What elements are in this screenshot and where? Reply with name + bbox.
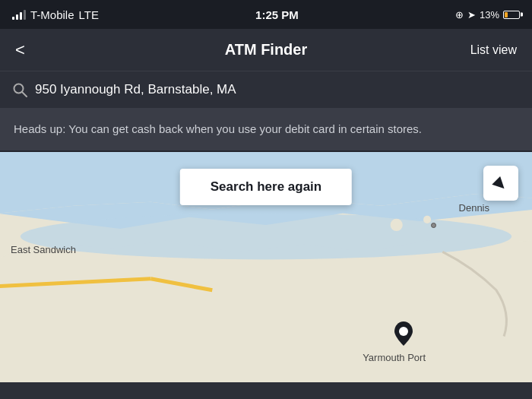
back-button[interactable]: < bbox=[15, 40, 76, 60]
search-address[interactable]: 950 Iyannough Rd, Barnstable, MA bbox=[35, 82, 236, 97]
status-left: T-Mobile LTE bbox=[12, 8, 99, 21]
svg-point-9 bbox=[391, 218, 403, 230]
svg-marker-5 bbox=[0, 240, 532, 382]
carrier-label: T-Mobile bbox=[30, 8, 74, 21]
info-banner: Heads up: You can get cash back when you… bbox=[0, 109, 532, 152]
info-text: Heads up: You can get cash back when you… bbox=[14, 122, 422, 135]
status-right: ⊕ ➤ 13% bbox=[455, 9, 520, 21]
map-label-yarmouth-port: Yarmouth Port bbox=[363, 352, 426, 363]
svg-point-11 bbox=[399, 327, 408, 336]
status-bar: T-Mobile LTE 1:25 PM ⊕ ➤ 13% bbox=[0, 0, 532, 29]
battery-icon bbox=[503, 11, 520, 19]
map-label-dennis: Dennis bbox=[459, 202, 489, 214]
search-again-button[interactable]: Search here again bbox=[180, 169, 352, 205]
svg-point-10 bbox=[423, 215, 431, 223]
list-view-button[interactable]: List view bbox=[456, 43, 517, 57]
svg-line-1 bbox=[22, 92, 27, 97]
location-arrow-icon: ➤ bbox=[467, 9, 476, 21]
battery-fill bbox=[505, 12, 508, 17]
page-title: ATM Finder bbox=[76, 41, 456, 59]
signal-bars-icon bbox=[12, 9, 26, 20]
search-bar: 950 Iyannough Rd, Barnstable, MA bbox=[0, 71, 532, 109]
search-icon bbox=[12, 82, 27, 97]
map-label-east-sandwich: East Sandwich bbox=[11, 244, 76, 255]
time-display: 1:25 PM bbox=[255, 8, 299, 21]
svg-point-8 bbox=[21, 213, 511, 259]
location-button[interactable]: ▶ bbox=[483, 166, 518, 201]
map-container: East Sandwich Dennis Yarmouth Port Searc… bbox=[0, 152, 532, 382]
battery-percent: 13% bbox=[480, 9, 499, 21]
lock-icon: ⊕ bbox=[455, 9, 464, 21]
network-label: LTE bbox=[79, 8, 99, 21]
map-pin bbox=[392, 320, 415, 347]
nav-bar: < ATM Finder List view bbox=[0, 29, 532, 71]
navigation-icon: ▶ bbox=[490, 173, 511, 194]
